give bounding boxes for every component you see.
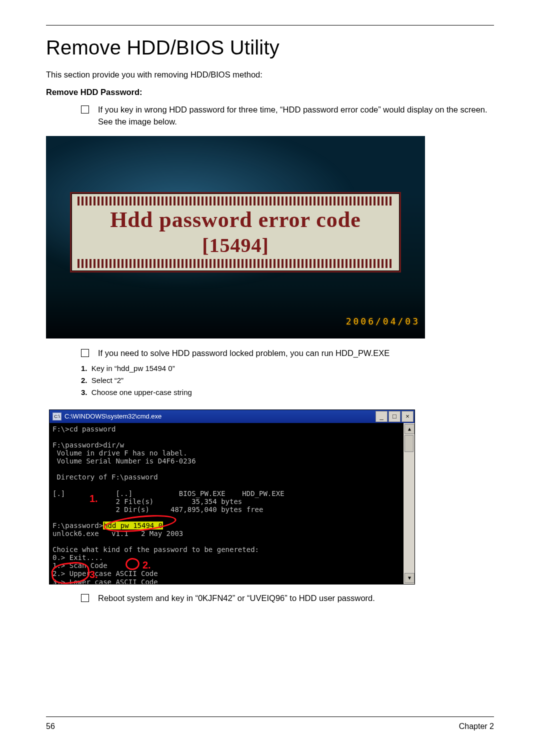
step-item: 2. Select “2” xyxy=(81,374,494,386)
hdd-error-photo: Hdd password error code [15494] 2006/04/… xyxy=(46,136,425,338)
scroll-thumb[interactable] xyxy=(404,435,414,452)
scroll-up-icon[interactable]: ▲ xyxy=(404,424,414,434)
checkbox-bullet-icon xyxy=(81,349,89,357)
checkbox-bullet-icon xyxy=(81,594,89,602)
photo-datestamp: 2006/04/03 xyxy=(346,316,420,326)
cmd-scrollbar[interactable]: ▲ ▼ xyxy=(403,423,414,584)
minimize-button[interactable]: _ xyxy=(376,411,388,422)
bullet-item: Reboot system and key in “0KJFN42” or “U… xyxy=(81,592,494,604)
maximize-button[interactable]: □ xyxy=(388,411,400,422)
intro-text: This section provide you with removing H… xyxy=(46,70,494,80)
cmd-output: F:\>cd password F:\password>dir/w Volume… xyxy=(50,423,404,584)
bullet-text: If you need to solve HDD password locked… xyxy=(98,348,390,360)
bullet-text: If you key in wrong HDD password for thr… xyxy=(98,104,494,128)
cmd-screenshot: C:\ C:\WINDOWS\system32\cmd.exe _ □ × ▲ … xyxy=(49,410,415,584)
error-dialog: Hdd password error code [15494] xyxy=(70,192,401,272)
bullet-item: If you key in wrong HDD password for thr… xyxy=(81,104,494,128)
page-title: Remove HDD/BIOS Utility xyxy=(46,36,494,59)
cmd-titlebar: C:\ C:\WINDOWS\system32\cmd.exe _ □ × xyxy=(50,410,414,423)
annotation-3: 3. xyxy=(90,569,98,580)
step-text: Select “2” xyxy=(92,376,124,384)
scroll-down-icon[interactable]: ▼ xyxy=(404,573,414,583)
cmd-icon: C:\ xyxy=(52,412,62,420)
close-button[interactable]: × xyxy=(402,411,414,422)
cmd-title-text: C:\WINDOWS\system32\cmd.exe xyxy=(64,412,162,420)
step-text: Key in “hdd_pw 15494 0” xyxy=(92,364,175,372)
sub-heading: Remove HDD Password: xyxy=(46,88,494,97)
chapter-label: Chapter 2 xyxy=(459,722,494,731)
annotation-1: 1. xyxy=(90,493,98,504)
top-rule xyxy=(46,25,494,26)
step-text: Choose one upper-case string xyxy=(92,388,192,396)
bullet-text: Reboot system and key in “0KJFN42” or “U… xyxy=(98,592,375,604)
annotation-2: 2. xyxy=(142,560,151,571)
page-footer: 56 Chapter 2 xyxy=(46,716,494,731)
page-number: 56 xyxy=(46,722,55,731)
checkbox-bullet-icon xyxy=(81,106,89,114)
step-item: 1. Key in “hdd_pw 15494 0” xyxy=(81,362,494,374)
step-item: 3. Choose one upper-case string xyxy=(81,386,494,398)
bullet-item: If you need to solve HDD password locked… xyxy=(81,348,494,360)
error-code: [15494] xyxy=(202,234,269,257)
error-title: Hdd password error code xyxy=(110,207,361,232)
